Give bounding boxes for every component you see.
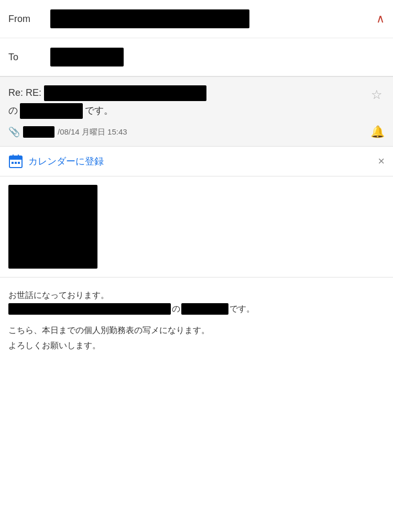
from-value-redacted [50,9,249,28]
date-content: 📎 /08/14 月曜日 15:43 [8,126,127,138]
calendar-link[interactable]: カレンダーに登録 [28,155,104,168]
subject-row: Re: RE: の です。 ☆ [8,85,385,119]
subject-redacted-1 [44,85,206,101]
calendar-banner: カレンダーに登録 × [0,147,393,176]
svg-rect-5 [15,162,17,164]
calendar-left: カレンダーに登録 [8,154,104,169]
subject-section: Re: RE: の です。 ☆ 📎 /08/14 月曜日 15:43 🔔 [0,77,393,147]
subject-text: Re: RE: の です。 [8,85,365,119]
to-label: To [8,52,50,63]
star-icon[interactable]: ☆ [369,85,385,104]
subject-desu: です。 [85,104,113,117]
date-row: 📎 /08/14 月曜日 15:43 🔔 [8,119,385,146]
svg-rect-6 [18,162,20,164]
subject-no: の [8,104,18,117]
to-row: To [0,38,393,77]
body-paragraph: こちら、本日までの個人別勤務表の写メになります。 よろしくお願いします。 [8,323,385,352]
date-text: /08/14 月曜日 15:43 [58,127,127,137]
subject-redacted-2 [20,103,83,119]
body-no: の [172,304,180,315]
body-redacted-1 [8,303,171,315]
collapse-icon[interactable]: ∧ [376,12,385,26]
body-line-intro: の です。 [8,303,385,315]
body-text-section: お世話になっております。 の です。 こちら、本日までの個人別勤務表の写メになり… [0,278,393,364]
body-line1: こちら、本日までの個人別勤務表の写メになります。 [8,323,385,337]
body-desu: です。 [230,304,255,315]
calendar-icon [8,154,23,169]
to-value-redacted [50,48,124,66]
bell-icon[interactable]: 🔔 [370,125,385,139]
image-section [0,176,393,278]
subject-prefix: Re: RE: [8,87,41,98]
email-body: お世話になっております。 の です。 こちら、本日までの個人別勤務表の写メになり… [0,176,393,364]
from-label: From [8,14,50,25]
from-row: From ∧ [0,0,393,38]
email-image [8,185,97,269]
body-greeting: お世話になっております。 [8,288,385,302]
body-redacted-2 [181,303,228,315]
svg-rect-1 [9,156,22,160]
date-redacted [23,126,54,138]
attachment-icon: 📎 [8,126,20,138]
body-line2: よろしくお願いします。 [8,338,385,352]
svg-rect-4 [12,162,14,164]
subject-line2: の です。 [8,103,365,119]
close-button[interactable]: × [378,154,385,168]
